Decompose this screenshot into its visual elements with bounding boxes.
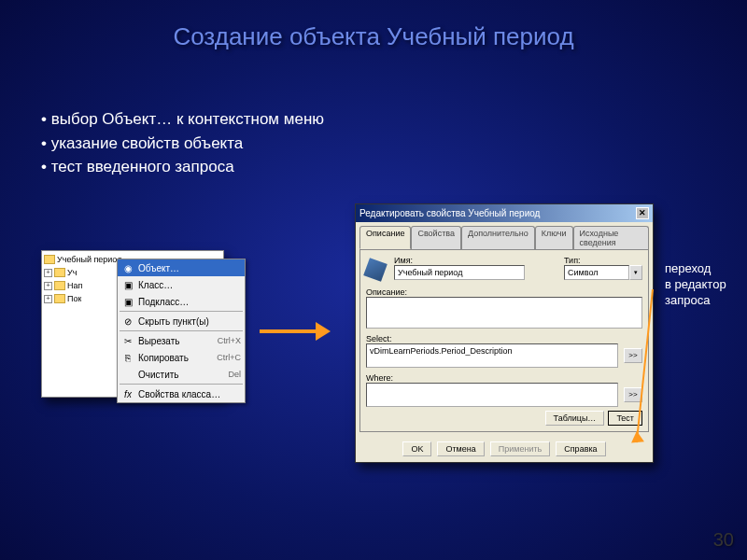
expand-icon[interactable]: +	[44, 282, 52, 290]
menu-label: Класс…	[138, 280, 173, 290]
expand-icon[interactable]: +	[44, 295, 52, 303]
copy-icon: ⎘	[121, 351, 134, 364]
bullet-item: тест введенного запроса	[41, 155, 324, 179]
properties-dialog: Редактировать свойства Учебный период ✕ …	[355, 203, 654, 463]
flow-arrow	[260, 322, 334, 341]
ok-button[interactable]: OK	[402, 441, 431, 456]
menu-label: Скрыть пункт(ы)	[138, 316, 209, 327]
tree-label: Учебный период	[57, 255, 121, 264]
menu-label: Очистить	[138, 370, 179, 380]
menu-label: Вырезать	[138, 336, 179, 346]
tab-properties[interactable]: Свойства	[411, 226, 461, 249]
menu-item-clear[interactable]: Очистить Del	[118, 366, 245, 383]
bullet-item: указание свойств объекта	[41, 132, 324, 156]
slide-number: 30	[713, 529, 734, 551]
dropdown-icon[interactable]: ▾	[629, 265, 642, 280]
expand-icon[interactable]: +	[44, 269, 52, 277]
select-textarea[interactable]: vDimLearnPeriods.Period_Description	[366, 343, 618, 368]
menu-label: Свойства класса…	[138, 389, 220, 399]
dialog-title-text: Редактировать свойства Учебный период	[359, 208, 540, 218]
menu-separator	[120, 384, 243, 385]
dialog-titlebar: Редактировать свойства Учебный период ✕	[356, 204, 653, 222]
folder-icon	[44, 255, 55, 264]
fx-icon: fx	[121, 387, 134, 400]
description-label: Описание:	[366, 287, 642, 297]
type-label: Тип:	[564, 256, 642, 265]
hide-icon: ⊘	[121, 315, 134, 328]
shortcut: Ctrl+X	[218, 336, 241, 345]
name-input[interactable]: Учебный период	[394, 265, 525, 280]
help-button[interactable]: Справка	[556, 441, 605, 456]
menu-label: Копировать	[138, 353, 189, 363]
context-menu: ◉ Объект… ▣ Класс… ▣ Подкласс… ⊘ Скрыть …	[117, 259, 246, 403]
cancel-button[interactable]: Отмена	[437, 441, 484, 456]
shortcut: Del	[228, 370, 241, 379]
folder-icon	[54, 294, 65, 303]
tab-bar: Описание Свойства Дополнительно Ключи Ис…	[356, 222, 653, 249]
bullet-list: выбор Объект… к контекстном меню указани…	[41, 107, 324, 179]
tree-label: Пок	[67, 294, 81, 303]
menu-separator	[120, 330, 243, 331]
bullet-item: выбор Объект… к контекстном меню	[41, 107, 324, 132]
menu-item-classprops[interactable]: fx Свойства класса…	[118, 385, 245, 402]
slide-title: Создание объекта Учебный период	[0, 0, 747, 51]
folder-icon: ▣	[121, 295, 134, 308]
description-textarea[interactable]	[366, 297, 642, 329]
dialog-footer: OK Отмена Применить Справка	[356, 436, 653, 462]
where-textarea[interactable]	[366, 383, 618, 407]
menu-item-copy[interactable]: ⎘ Копировать Ctrl+C	[118, 349, 245, 366]
tree-label: Нап	[67, 281, 82, 290]
tab-keys[interactable]: Ключи	[535, 226, 573, 249]
folder-icon: ▣	[121, 278, 134, 291]
object-icon	[363, 258, 388, 282]
tab-description[interactable]: Описание	[359, 226, 411, 249]
cube-icon: ◉	[121, 261, 134, 274]
tree-panel: Учебный период + Уч + Нап + Пок ◉ Объект…	[41, 250, 224, 398]
cut-icon: ✂	[121, 334, 134, 347]
shortcut: Ctrl+C	[217, 353, 241, 362]
tables-button[interactable]: Таблицы…	[545, 411, 605, 426]
where-label: Where:	[366, 373, 642, 383]
tab-extra[interactable]: Дополнительно	[461, 226, 535, 249]
menu-item-subclass[interactable]: ▣ Подкласс…	[118, 293, 245, 310]
menu-item-class[interactable]: ▣ Класс…	[118, 276, 245, 293]
menu-label: Подкласс…	[138, 297, 189, 307]
annotation-line: переход	[665, 261, 726, 277]
type-select[interactable]: Символ	[564, 265, 629, 280]
tab-source[interactable]: Исходные сведения	[573, 226, 650, 249]
menu-item-hide[interactable]: ⊘ Скрыть пункт(ы)	[118, 313, 245, 329]
name-label: Имя:	[394, 256, 558, 265]
menu-item-cut[interactable]: ✂ Вырезать Ctrl+X	[118, 332, 245, 349]
folder-icon	[54, 281, 65, 290]
menu-label: Объект…	[138, 263, 179, 273]
annotation-line: в редактор	[665, 277, 726, 293]
dialog-body: Имя: Учебный период Тип: Символ ▾ Описан…	[359, 249, 649, 432]
clear-icon	[121, 368, 134, 381]
annotation-line: запроса	[665, 293, 726, 309]
menu-separator	[120, 311, 243, 312]
close-button[interactable]: ✕	[636, 207, 649, 219]
menu-item-object[interactable]: ◉ Объект…	[118, 259, 245, 276]
folder-icon	[54, 268, 65, 277]
annotation-text: переход в редактор запроса	[665, 261, 726, 309]
annotation-arrow	[635, 289, 672, 457]
apply-button[interactable]: Применить	[490, 441, 551, 456]
select-label: Select:	[366, 334, 642, 343]
tree-label: Уч	[67, 268, 77, 277]
